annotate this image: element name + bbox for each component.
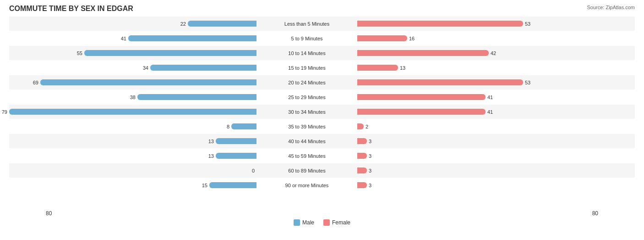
female-value: 53 bbox=[525, 80, 530, 85]
female-bar bbox=[357, 94, 486, 100]
female-value: 53 bbox=[525, 21, 530, 27]
female-bar bbox=[357, 21, 523, 27]
female-value: 3 bbox=[369, 183, 371, 188]
female-bar bbox=[357, 50, 489, 56]
row-label: 25 to 29 Minutes bbox=[257, 95, 357, 100]
legend-male-box bbox=[294, 219, 300, 226]
chart-title: COMMUTE TIME BY SEX IN EDGAR bbox=[9, 5, 635, 13]
row-label: 90 or more Minutes bbox=[257, 183, 357, 188]
female-value: 41 bbox=[487, 95, 493, 100]
row-label: Less than 5 Minutes bbox=[257, 21, 357, 27]
female-value: 13 bbox=[400, 65, 405, 71]
table-row: 13 45 to 59 Minutes 3 bbox=[9, 149, 635, 163]
male-bar bbox=[231, 123, 257, 129]
female-bar bbox=[357, 153, 367, 159]
female-bar bbox=[357, 182, 367, 188]
chart-area: 22 Less than 5 Minutes 53 41 5 bbox=[9, 17, 635, 209]
axis-right: 80 bbox=[592, 210, 598, 217]
row-label: 10 to 14 Minutes bbox=[257, 50, 357, 56]
female-bar bbox=[357, 109, 486, 115]
male-value: 38 bbox=[130, 95, 136, 100]
table-row: 15 90 or more Minutes 3 bbox=[9, 178, 635, 192]
legend-female-label: Female bbox=[332, 219, 350, 226]
table-row: 0 60 to 89 Minutes 3 bbox=[9, 163, 635, 178]
male-value: 79 bbox=[2, 109, 7, 115]
table-row: 41 5 to 9 Minutes 16 bbox=[9, 31, 635, 45]
male-bar bbox=[150, 65, 257, 71]
male-value: 8 bbox=[227, 124, 229, 129]
male-bar bbox=[128, 35, 257, 41]
table-row: 38 25 to 29 Minutes 41 bbox=[9, 90, 635, 104]
female-bar bbox=[357, 167, 367, 173]
male-bar bbox=[84, 50, 257, 56]
axis-labels: 80 80 bbox=[9, 210, 635, 217]
row-label: 40 to 44 Minutes bbox=[257, 139, 357, 144]
table-row: 79 30 to 34 Minutes 41 bbox=[9, 105, 635, 119]
female-bar bbox=[357, 35, 407, 41]
male-value: 34 bbox=[143, 65, 148, 71]
female-bar bbox=[357, 79, 523, 85]
male-value: 13 bbox=[208, 153, 214, 159]
row-label: 5 to 9 Minutes bbox=[257, 36, 357, 41]
axis-left: 80 bbox=[46, 210, 52, 217]
table-row: 55 10 to 14 Minutes 42 bbox=[9, 46, 635, 60]
row-label: 15 to 19 Minutes bbox=[257, 65, 357, 71]
male-value: 15 bbox=[202, 183, 207, 188]
female-value: 3 bbox=[369, 153, 371, 159]
male-value: 13 bbox=[208, 139, 214, 144]
table-row: 34 15 to 19 Minutes 13 bbox=[9, 61, 635, 75]
male-value: 55 bbox=[77, 50, 82, 56]
row-label: 20 to 24 Minutes bbox=[257, 80, 357, 85]
legend-male: Male bbox=[294, 219, 314, 226]
female-value: 3 bbox=[369, 139, 371, 144]
table-row: 13 40 to 44 Minutes 3 bbox=[9, 134, 635, 148]
row-label: 35 to 39 Minutes bbox=[257, 124, 357, 129]
table-row: 22 Less than 5 Minutes 53 bbox=[9, 17, 635, 31]
row-label: 45 to 59 Minutes bbox=[257, 153, 357, 159]
male-value: 69 bbox=[33, 80, 38, 85]
table-row: 8 35 to 39 Minutes 2 bbox=[9, 119, 635, 134]
table-row: 69 20 to 24 Minutes 53 bbox=[9, 75, 635, 89]
male-bar bbox=[188, 21, 257, 27]
male-bar bbox=[216, 153, 257, 159]
legend-female-box bbox=[323, 219, 330, 226]
female-value: 41 bbox=[487, 109, 493, 115]
male-bar bbox=[137, 94, 257, 100]
source-label: Source: ZipAtlas.com bbox=[587, 5, 635, 10]
male-bar bbox=[209, 182, 257, 188]
male-bar bbox=[216, 138, 257, 144]
female-bar bbox=[357, 123, 364, 129]
row-label: 60 to 89 Minutes bbox=[257, 168, 357, 173]
female-value: 2 bbox=[366, 124, 368, 129]
male-value: 0 bbox=[252, 168, 255, 173]
male-value: 41 bbox=[121, 36, 126, 41]
legend: Male Female bbox=[9, 219, 635, 226]
female-value: 42 bbox=[491, 50, 496, 56]
male-bar bbox=[40, 79, 257, 85]
male-bar bbox=[9, 109, 257, 115]
female-bar bbox=[357, 138, 367, 144]
legend-female: Female bbox=[323, 219, 350, 226]
female-value: 3 bbox=[369, 168, 371, 173]
row-label: 30 to 34 Minutes bbox=[257, 109, 357, 115]
legend-male-label: Male bbox=[302, 219, 314, 226]
female-bar bbox=[357, 65, 398, 71]
female-value: 16 bbox=[409, 36, 415, 41]
chart-container: COMMUTE TIME BY SEX IN EDGAR Source: Zip… bbox=[0, 0, 644, 240]
male-value: 22 bbox=[180, 21, 186, 27]
